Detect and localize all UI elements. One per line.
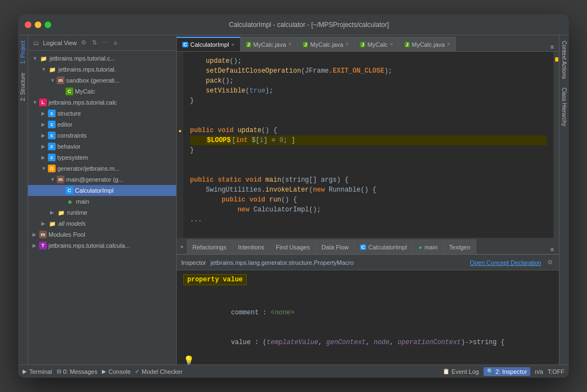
tree-item-runtime[interactable]: ▶ 📁 runtime [28,207,176,218]
status-bar: ▶ Terminal ⊟ 0: Messages ▶ Console ✓ Mod… [18,364,569,378]
tree-item-editor[interactable]: ▶ c editor [28,119,176,130]
editor-main: ● update(); setDefaultCloseOperation(JFr… [177,52,559,238]
sidebar-tab-structure[interactable]: 2: Structure [19,69,27,105]
toolbar-settings-icon[interactable]: ⚙ [79,38,88,47]
tab-refactorings[interactable]: Refactorings [187,239,232,254]
minimize-button[interactable] [35,21,41,28]
tab-find-usages[interactable]: Find Usages [270,239,316,254]
tab-close-mycalc-2[interactable]: × [345,41,349,47]
tree-item-calculatorimpl[interactable]: C CalculatorImpl [28,185,176,196]
tab-mycalc-4[interactable]: J MyCalc.java × [399,37,456,51]
code-line-3: pack(); [190,76,547,86]
toolbar-more-icon[interactable]: ⋯ [101,38,110,47]
tab-label: MyCalc.java [310,41,343,48]
close-button[interactable] [25,21,31,28]
tab-data-flow[interactable]: Data Flow [316,239,355,254]
tab-label: MyCalc [367,41,388,48]
tree-item-label: CalculatorImpl [75,187,113,194]
tab-icon-circle: ● [418,244,422,251]
tree-item-main[interactable]: ● main [28,196,176,207]
tab-intentions[interactable]: Intentions [232,239,270,254]
event-log-label: Event Log [452,368,479,375]
terminal-label: Terminal [29,368,52,375]
tab-textgen[interactable]: Textgen [444,239,477,254]
status-inspector[interactable]: 🔍 2: Inspector [483,367,530,376]
na-label: n/a [535,368,543,375]
tab-close-mycalc-3[interactable]: × [390,41,393,47]
tree-item-jetbrains-tutorial-c[interactable]: ▼ 📁 jetbrains.mps.tutorial.c... [28,53,176,64]
right-tab-context-actions[interactable]: Context Actions [560,37,568,82]
code-line-13: public static void main(string[] args) { [190,175,547,185]
gutter-marker-3 [177,76,183,86]
inspector-property-label: property value [183,275,552,285]
tree-item-modules-pool[interactable]: ▶ m Modules Pool [28,229,176,240]
tree-item-jetbrains-calc[interactable]: ▼ L jetbrains.mps.tutorial.calc [28,97,176,108]
status-event-log[interactable]: 📋 Event Log [443,368,479,375]
tab-label: Refactorings [192,244,226,251]
code-line-14: SwingUtilities.invokeLater(new Runnable(… [190,185,547,195]
gutter-marker-5 [177,96,183,106]
tree-item-main-generator[interactable]: ▼ m main@generator (g... [28,174,176,185]
inspector-status-icon: 🔍 [487,368,493,374]
tree-item-constraints[interactable]: ▶ c constraints [28,130,176,141]
terminal-icon: ▶ [23,368,27,374]
tree-item-label: Modules Pool [48,231,85,238]
tree-item-typesystem[interactable]: ▶ c typesystem [28,152,176,163]
tree-item-sandbox[interactable]: ▼ m sandbox (generati... [28,75,176,86]
tab-calculatorimpl[interactable]: C CalculatorImpl × [177,37,241,51]
tree-item-all-models[interactable]: ▶ 📁 all models [28,218,176,229]
tab-close-calculatorimpl[interactable]: × [231,42,235,48]
tabs-menu-icon[interactable]: ≡ [549,42,556,51]
tab-bottom-calculatorimpl[interactable]: C CalculatorImpl [355,239,413,254]
model-checker-label: Model Checker [142,368,182,375]
status-right-group: 📋 Event Log 🔍 2: Inspector n/a T:OFF [443,367,564,376]
gutter-marker-2 [177,66,183,76]
toolbar-expand-icon[interactable]: ≡ [112,39,119,47]
status-console[interactable]: ▶ Console [102,368,131,375]
tab-icon-java-3: J [360,42,365,47]
bulb-icon: 💡 [183,356,194,364]
main-layout: 1: Project 2: Structure 🗂 Logical View ⚙… [18,35,569,364]
tab-bottom-main[interactable]: ● main [413,239,444,254]
status-model-checker[interactable]: ✓ Model Checker [135,368,182,375]
inspector-code[interactable]: property value comment : <none> value : … [177,270,559,364]
sidebar-tab-project[interactable]: 1: Project [19,37,27,67]
tree-item-label: sandbox (generati... [66,77,119,84]
tree-item-structure[interactable]: ▶ c structure [28,108,176,119]
status-terminal[interactable]: ▶ Terminal [23,368,52,375]
tree-item-behavior[interactable]: ▶ c behavior [28,141,176,152]
tree-item-label: main [76,198,89,205]
tab-mycalc-2[interactable]: J MyCalc.java × [297,37,355,51]
editor-scrollbar[interactable] [553,52,559,238]
tab-label: MyCalc.java [412,41,445,48]
title-bar: CalculatorImpl - calculator - [~/MPSProj… [18,14,569,35]
tree-item-label: main@generator (g... [66,176,123,183]
status-t-off[interactable]: T:OFF [547,368,564,375]
logical-view-icon[interactable]: 🗂 [31,39,41,47]
inspector-open-concept-link[interactable]: Open Concept Declaration [470,259,541,266]
tab-mycalc-1[interactable]: J MyCalc.java × [241,37,298,51]
inspector-settings-icon[interactable]: ⚙ [546,258,555,267]
tab-close-mycalc-1[interactable]: × [289,41,292,47]
toolbar-sort-icon[interactable]: ⇅ [90,38,99,47]
code-editor[interactable]: update(); setDefaultCloseOperation(JFram… [183,52,553,238]
right-tab-class-hierarchy[interactable]: Class Hierarchy [560,84,568,130]
code-line-10: } [190,145,547,155]
status-na: n/a [535,368,543,375]
tree-item-jetbrains-calcula[interactable]: ▶ T jetbrains.mps.tutorial.calcula... [28,240,176,251]
tree-item-jetbrains-tutorial[interactable]: ▼ 📁 jetbrains.mps.tutorial. [28,64,176,75]
add-tab-button[interactable]: + [177,239,187,254]
code-line-4: setVisible(true); [190,86,547,96]
tree-item-mycalc[interactable]: C MyCalc [28,86,176,97]
tab-close-mycalc-4[interactable]: × [447,41,450,47]
tree-item-generator[interactable]: ▼ G generator/jetbrains.m... [28,163,176,174]
tab-mycalc-3[interactable]: J MyCalc × [355,37,399,51]
project-panel: 🗂 Logical View ⚙ ⇅ ⋯ ≡ ▼ 📁 jetbrains.mps… [28,35,177,364]
status-messages[interactable]: ⊟ 0: Messages [57,368,97,375]
maximize-button[interactable] [45,21,51,28]
model-checker-icon: ✓ [135,368,139,374]
bottom-tabs-menu-icon[interactable]: ≡ [549,245,556,254]
window-title: CalculatorImpl - calculator - [~/MPSProj… [56,21,562,29]
scroll-warning-marker [555,57,558,62]
event-log-icon: 📋 [443,368,449,374]
